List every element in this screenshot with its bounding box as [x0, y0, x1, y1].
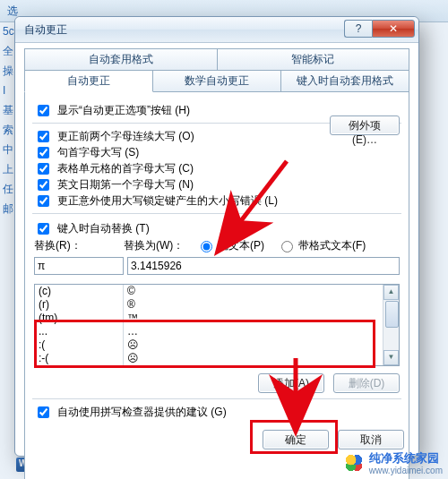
replace-with-input[interactable] [127, 257, 400, 275]
radio-plain-text-label: 纯文本(P) [218, 238, 264, 253]
watermark-brand: 纯净系统家园 [369, 451, 439, 465]
checkbox-use-spellcheck-suggestions-label: 自动使用拼写检查器提供的建议 (G) [57, 405, 227, 420]
list-item[interactable]: (r) [35, 298, 123, 312]
watermark: 纯净系统家园 www.yidaimei.com [344, 450, 443, 475]
tab-autoformat-as-you-type[interactable]: 键入时自动套用格式 [281, 70, 409, 92]
checkbox-capitalize-days-label: 英文日期第一个字母大写 (N) [57, 177, 194, 192]
divider [32, 213, 401, 214]
scroll-down-icon[interactable]: ▼ [383, 350, 399, 365]
checkbox-capitalize-table-cell-label: 表格单元格的首字母大写 (C) [57, 161, 194, 176]
radio-formatted-text-wrap[interactable]: 带格式文本(F) [277, 238, 366, 253]
close-icon: ✕ [389, 22, 398, 35]
scroll-thumb[interactable] [385, 301, 399, 328]
autocorrect-panel: 显示“自动更正选项”按钮 (H) 更正前两个字母连续大写 (O) 句首字母大写 … [24, 91, 409, 479]
radio-plain-text-wrap[interactable]: 纯文本(P) [196, 238, 264, 253]
list-scrollbar[interactable]: ▲ ▼ [383, 285, 399, 365]
tab-autoformat[interactable]: 自动套用格式 [24, 48, 218, 71]
scroll-up-icon[interactable]: ▲ [383, 285, 399, 300]
divider [32, 398, 401, 399]
watermark-url: www.yidaimei.com [369, 466, 443, 475]
radio-formatted-text[interactable] [281, 241, 293, 252]
replace-input[interactable] [34, 257, 124, 275]
tab-autocorrect[interactable]: 自动更正 [24, 70, 153, 92]
list-item[interactable]: :( [35, 338, 123, 352]
checkbox-replace-as-you-type-label: 键入时自动替换 (T) [57, 221, 150, 236]
tab-smart-tags[interactable]: 智能标记 [218, 48, 410, 71]
watermark-logo-icon [344, 453, 364, 473]
checkbox-two-initial-caps-label: 更正前两个字母连续大写 (O) [57, 129, 194, 144]
help-button[interactable]: ? [344, 20, 372, 38]
list-item-value: ☹ [124, 338, 399, 352]
dialog-title: 自动更正 [24, 22, 67, 38]
tab-math-autocorrect[interactable]: 数学自动更正 [153, 70, 281, 92]
checkbox-capitalize-sentence-label: 句首字母大写 (S) [57, 145, 139, 160]
add-button[interactable]: 添加(A) [258, 373, 324, 393]
dialog-titlebar[interactable]: 自动更正 ? ✕ [15, 17, 418, 43]
delete-button[interactable]: 删除(D) [333, 373, 400, 393]
list-item[interactable]: :-( [35, 352, 123, 365]
list-item[interactable]: (c) [35, 285, 123, 298]
list-item-value: © [124, 285, 399, 298]
checkbox-use-spellcheck-suggestions[interactable] [38, 406, 49, 418]
exceptions-button[interactable]: 例外项(E)… [330, 115, 400, 135]
checkbox-capitalize-days[interactable] [38, 179, 49, 191]
checkbox-capitalize-table-cell[interactable] [38, 163, 49, 175]
checkbox-correct-capslock-label: 更正意外使用大写锁定键产生的大小写错误 (L) [57, 193, 278, 209]
help-icon: ? [356, 22, 362, 35]
replace-label: 替换(R)： [34, 238, 124, 253]
list-item-value: ☹ [124, 352, 399, 365]
ok-button[interactable]: 确定 [263, 430, 329, 449]
checkbox-show-options[interactable] [38, 105, 49, 116]
list-item[interactable]: ... [35, 325, 123, 338]
radio-formatted-text-label: 带格式文本(F) [298, 238, 366, 253]
cancel-button[interactable]: 取消 [338, 430, 404, 449]
autocorrect-dialog: 自动更正 ? ✕ 自动套用格式 智能标记 自动更正 数学自动更正 键入时自动套用… [14, 16, 419, 457]
list-item-value: ® [124, 298, 399, 312]
list-item-value: … [124, 325, 399, 338]
checkbox-show-options-label: 显示“自动更正选项”按钮 (H) [57, 103, 190, 118]
checkbox-capitalize-sentence[interactable] [38, 147, 49, 158]
list-item[interactable]: (tm) [35, 312, 123, 325]
checkbox-two-initial-caps[interactable] [38, 131, 49, 142]
radio-plain-text[interactable] [201, 241, 212, 252]
checkbox-replace-as-you-type[interactable] [38, 223, 49, 235]
close-button[interactable]: ✕ [372, 20, 415, 38]
replace-with-label: 替换为(W)： [124, 238, 191, 253]
checkbox-correct-capslock[interactable] [38, 195, 49, 207]
list-item-value: ™ [124, 312, 399, 325]
autocorrect-entries-list[interactable]: (c) (r) (tm) ... :( :-( © ® ™ … ☹ ☹ ▲ [34, 284, 400, 366]
